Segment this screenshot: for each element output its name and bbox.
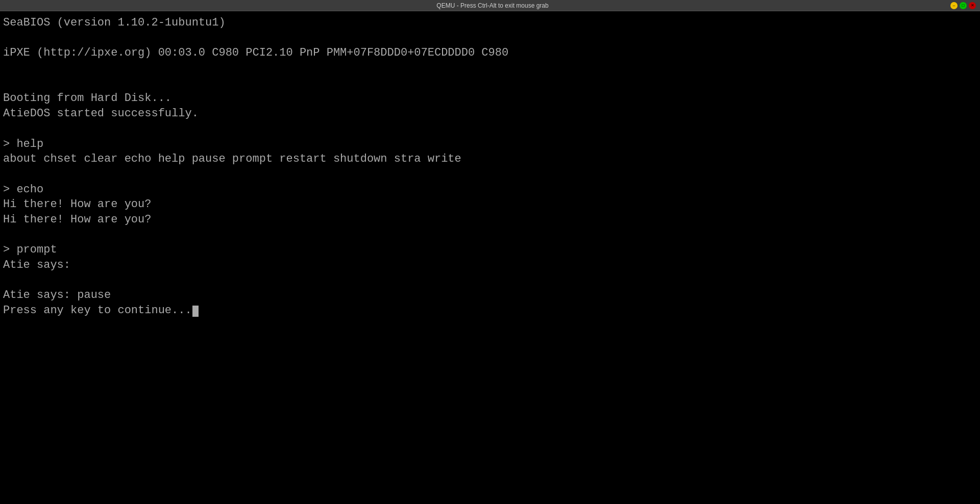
blank-line-2	[3, 61, 977, 76]
line-atiedos: AtieDOS started successfully.	[3, 106, 977, 121]
line-booting: Booting from Hard Disk...	[3, 91, 977, 106]
line-cmd-help: > help	[3, 137, 977, 152]
terminal-screen[interactable]: SeaBIOS (version 1.10.2-1ubuntu1) iPXE (…	[0, 11, 980, 504]
line-seabios: SeaBIOS (version 1.10.2-1ubuntu1)	[3, 15, 977, 31]
blank-line-1	[3, 31, 977, 46]
line-press-any: Press any key to continue...	[3, 303, 977, 318]
blank-line-5	[3, 167, 977, 182]
cursor-blink	[192, 306, 199, 317]
title-bar-text: QEMU - Press Ctrl-Alt to exit mouse grab	[35, 2, 950, 9]
blank-line-3	[3, 76, 977, 91]
line-cmd-echo: > echo	[3, 182, 977, 197]
line-ipxe: iPXE (http://ipxe.org) 00:03.0 C980 PCI2…	[3, 45, 977, 61]
window: QEMU - Press Ctrl-Alt to exit mouse grab…	[0, 0, 980, 504]
blank-line-4	[3, 121, 977, 137]
blank-line-7	[3, 273, 977, 288]
blank-line-6	[3, 228, 977, 243]
maximize-button[interactable]: □	[960, 2, 967, 9]
line-echo-out2: Hi there! How are you?	[3, 212, 977, 228]
title-bar: QEMU - Press Ctrl-Alt to exit mouse grab…	[0, 0, 980, 11]
line-help-output: about chset clear echo help pause prompt…	[3, 152, 977, 167]
line-cmd-prompt: > prompt	[3, 242, 977, 258]
close-button[interactable]: ✕	[969, 2, 976, 9]
line-atie-says2: Atie says: pause	[3, 288, 977, 303]
line-atie-says1: Atie says:	[3, 258, 977, 273]
line-echo-out1: Hi there! How are you?	[3, 197, 977, 212]
window-controls: – □ ✕	[950, 2, 976, 9]
minimize-button[interactable]: –	[950, 2, 958, 9]
